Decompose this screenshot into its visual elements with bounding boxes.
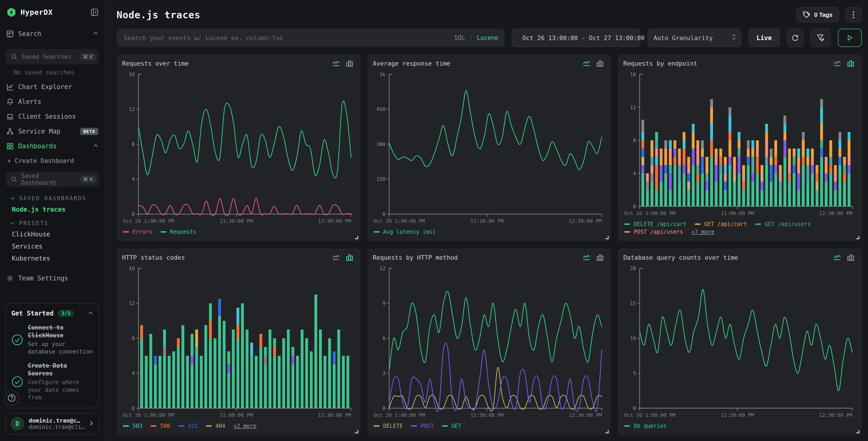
legend-item[interactable]: Errors [123, 229, 152, 235]
live-button[interactable]: Live [749, 29, 780, 47]
svg-text:12: 12 [630, 105, 636, 110]
saved-dashboards-section-label[interactable]: SAVED DASHBOARDS [0, 190, 105, 203]
sidebar-item-team-settings[interactable]: Team Settings [0, 271, 105, 286]
service-map-icon [6, 128, 14, 135]
line-view-toggle[interactable] [583, 254, 590, 261]
legend-item[interactable]: 503 [123, 423, 142, 429]
beta-badge: BETA [80, 128, 98, 135]
bar-view-toggle[interactable] [847, 60, 854, 67]
legend-item[interactable]: 404 [206, 423, 225, 429]
svg-text:0: 0 [132, 211, 135, 217]
resize-handle[interactable] [355, 430, 358, 433]
chart-panel-header: Requests over time [122, 60, 355, 67]
collapse-sidebar-icon[interactable] [91, 8, 98, 16]
legend-item[interactable]: DELETE [374, 423, 403, 429]
bar-view-toggle[interactable] [346, 254, 353, 261]
resize-handle[interactable] [355, 236, 358, 239]
sidebar-item-services[interactable]: Services [0, 240, 105, 253]
legend-item[interactable]: 422 [178, 423, 198, 429]
search-input[interactable] [123, 34, 454, 42]
resize-handle[interactable] [606, 236, 609, 239]
sidebar-item-client-sessions[interactable]: Client Sessions [0, 109, 105, 124]
legend-item[interactable]: GET /api/cart [695, 221, 747, 227]
chart-panel-header: Average response time [373, 60, 606, 67]
granularity-select[interactable]: Auto Granularity [648, 29, 741, 47]
refresh-button[interactable] [787, 29, 803, 47]
line-view-toggle[interactable] [583, 60, 590, 67]
line-view-toggle[interactable] [833, 60, 841, 67]
create-dashboard-button[interactable]: + Create Dashboard [0, 153, 105, 168]
legend-swatch [442, 425, 448, 427]
line-view-toggle[interactable] [833, 254, 841, 261]
svg-text:12: 12 [129, 300, 135, 306]
legend-label: Avg latency (ms) [383, 229, 436, 235]
sidebar-item-label: Alerts [18, 98, 41, 106]
legend-more-link[interactable]: +2 more [234, 423, 256, 429]
legend-item[interactable]: 500 [151, 423, 170, 429]
legend-more-link[interactable]: +7 more [691, 229, 714, 235]
get-started-step-sources[interactable]: Create Data Sources Configure where your… [11, 362, 93, 401]
legend-item[interactable]: Requests [160, 229, 196, 235]
line-view-toggle[interactable] [332, 254, 340, 261]
chart-panel-header: HTTP status codes [122, 254, 355, 261]
user-account-menu[interactable]: D dominic.tran@c… dominic.tran@cli… [5, 413, 99, 435]
sidebar-item-service-map[interactable]: Service Map BETA [0, 124, 105, 139]
chevron-up-icon[interactable] [93, 142, 98, 150]
svg-text:0: 0 [633, 406, 636, 411]
sidebar-item-nodejs-traces[interactable]: Node.js traces [0, 203, 105, 215]
sidebar-item-search[interactable]: Search [0, 26, 105, 41]
sidebar-item-alerts[interactable]: Alerts [0, 94, 105, 109]
legend-item[interactable]: DELETE /api/cart [624, 221, 686, 227]
legend-item[interactable]: GET /api/users [755, 221, 811, 227]
bar-view-toggle[interactable] [596, 254, 603, 261]
kebab-icon [853, 11, 854, 13]
sidebar-item-chart-explorer[interactable]: Chart Explorer [0, 80, 105, 94]
resize-handle[interactable] [856, 430, 859, 433]
bar-chart-icon [346, 60, 353, 67]
legend-swatch [374, 425, 379, 427]
chevron-up-icon[interactable] [88, 309, 93, 318]
legend-label: Db queries [634, 423, 667, 429]
get-started-header[interactable]: Get Started 3/3 [11, 309, 93, 318]
chevron-up-icon[interactable] [93, 30, 98, 37]
legend-item[interactable]: Db queries [624, 423, 667, 429]
svg-text:0: 0 [132, 406, 135, 411]
svg-text:8: 8 [132, 335, 135, 341]
lucene-toggle[interactable]: Lucene [477, 34, 498, 41]
resize-handle[interactable] [856, 236, 859, 239]
bar-view-toggle[interactable] [847, 254, 854, 261]
svg-text:15: 15 [630, 300, 636, 306]
legend-swatch [624, 425, 630, 427]
presets-section-label[interactable]: PRESETS [0, 215, 105, 228]
legend-item[interactable]: Avg latency (ms) [374, 229, 436, 235]
resize-handle[interactable] [606, 430, 609, 433]
query-language-toggle[interactable]: SQL | Lucene [454, 34, 498, 41]
filter-button[interactable] [811, 29, 831, 47]
date-range-picker[interactable]: 1 Oct 26 13:00:00 - Oct 27 13:00:00 [512, 29, 640, 47]
filter-edit-icon [816, 34, 825, 42]
legend-label: 404 [215, 423, 225, 429]
line-view-toggle[interactable] [332, 60, 340, 67]
saved-dashboards-input[interactable]: Saved Dashboards ⌘ K [5, 172, 99, 187]
bar-view-toggle[interactable] [346, 60, 353, 67]
legend-item[interactable]: POST /api/users [624, 229, 683, 235]
sidebar-item-dashboards[interactable]: Dashboards [0, 139, 105, 153]
sql-toggle[interactable]: SQL [454, 34, 465, 41]
run-query-button[interactable] [838, 29, 862, 47]
sidebar-item-clickhouse[interactable]: ClickHouse [0, 228, 105, 240]
svg-text:12:30:00 PM: 12:30:00 PM [819, 412, 852, 418]
saved-searches-input[interactable]: Saved Searches ⌘ K [5, 49, 99, 64]
sidebar-item-kubernetes[interactable]: Kubernetes [0, 253, 105, 264]
chart-panel-header: Database query counts over time [623, 254, 856, 261]
legend-swatch [123, 425, 129, 427]
legend-item[interactable]: POST [411, 423, 434, 429]
app-window: HyperDX Search Saved Searches ⌘ [0, 0, 868, 441]
divider [0, 43, 105, 43]
get-started-step-connect[interactable]: Connect to ClickHouse Set up your databa… [11, 324, 93, 356]
kebab-menu-button[interactable] [845, 7, 862, 22]
chart-legend: DELETE /api/cartGET /api/cartGET /api/us… [623, 218, 856, 238]
bar-view-toggle[interactable] [596, 60, 603, 67]
tags-button[interactable]: 0 Tags [797, 7, 839, 22]
help-icon[interactable] [4, 390, 19, 406]
legend-item[interactable]: GET [442, 423, 461, 429]
